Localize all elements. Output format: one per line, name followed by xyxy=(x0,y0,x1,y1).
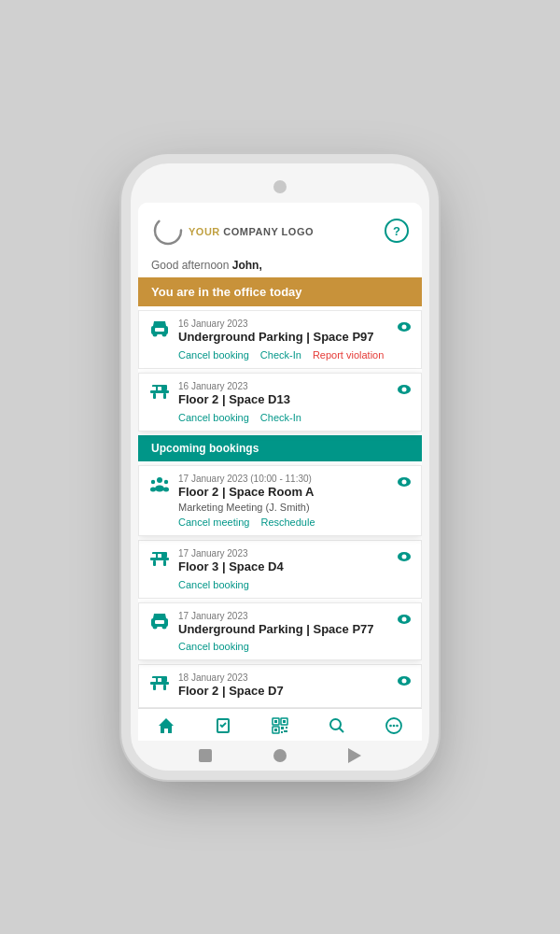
svg-point-18 xyxy=(164,480,168,484)
svg-rect-10 xyxy=(153,393,156,399)
booking-card-u2: 17 January 2023 Floor 3 | Space D4 Cance… xyxy=(138,540,422,599)
nav-tasks[interactable] xyxy=(214,716,232,735)
android-home-btn[interactable] xyxy=(273,749,287,762)
office-banner: You are in the office today xyxy=(138,277,422,306)
svg-marker-33 xyxy=(153,614,166,618)
nav-qr[interactable] xyxy=(271,716,289,735)
nav-more[interactable] xyxy=(385,716,403,735)
view-icon-u2[interactable] xyxy=(397,550,412,565)
booking-date-u2: 17 January 2023 xyxy=(178,548,410,559)
booking-card-u4: 18 January 2023 Floor 2 | Space D7 xyxy=(138,664,422,708)
svg-point-4 xyxy=(162,333,167,337)
booking-actions-u2: Cancel booking xyxy=(178,579,410,590)
booking-actions-b2: Cancel booking Check-In xyxy=(178,412,410,423)
svg-point-62 xyxy=(389,725,392,728)
booking-info-u2: 17 January 2023 Floor 3 | Space D4 Cance… xyxy=(178,548,410,590)
logo-text: YOUR COMPANY LOGO xyxy=(189,222,314,239)
svg-rect-12 xyxy=(151,387,156,390)
view-icon-u4[interactable] xyxy=(397,674,412,689)
cancel-meeting-u1[interactable]: Cancel meeting xyxy=(178,517,249,528)
android-back-btn[interactable] xyxy=(348,748,361,763)
booking-card-b1: 16 January 2023 Underground Parking | Sp… xyxy=(138,310,422,369)
svg-rect-58 xyxy=(284,730,287,732)
logo-container: YOUR COMPANY LOGO xyxy=(151,214,314,248)
cancel-booking-b2[interactable]: Cancel booking xyxy=(178,412,249,423)
svg-rect-43 xyxy=(151,678,156,682)
desk-icon-b2 xyxy=(148,383,171,406)
svg-point-34 xyxy=(153,624,158,629)
logo-your: YOUR xyxy=(189,226,220,237)
svg-rect-13 xyxy=(158,387,161,390)
booking-info-b1: 16 January 2023 Underground Parking | Sp… xyxy=(178,318,410,361)
svg-point-64 xyxy=(396,725,399,728)
svg-rect-57 xyxy=(281,731,283,733)
checkin-b1[interactable]: Check-In xyxy=(260,349,301,361)
booking-date-b2: 16 January 2023 xyxy=(178,381,410,391)
cancel-booking-u3[interactable]: Cancel booking xyxy=(178,641,249,652)
svg-rect-8 xyxy=(150,390,169,393)
car-icon xyxy=(148,320,171,342)
greeting-name: John, xyxy=(232,259,262,272)
svg-point-63 xyxy=(392,725,395,728)
nav-home[interactable] xyxy=(157,716,175,735)
svg-point-16 xyxy=(157,477,162,483)
svg-marker-2 xyxy=(153,321,166,326)
svg-line-60 xyxy=(339,729,343,733)
help-button[interactable]: ? xyxy=(385,219,409,243)
scroll-area[interactable]: 16 January 2023 Underground Parking | Sp… xyxy=(138,306,422,708)
svg-point-0 xyxy=(155,218,181,244)
booking-title-u2: Floor 3 | Space D4 xyxy=(178,559,410,575)
booking-title-u4: Floor 2 | Space D7 xyxy=(178,684,410,700)
svg-point-31 xyxy=(402,554,407,559)
meeting-icon-u1 xyxy=(148,475,171,499)
svg-point-59 xyxy=(330,719,341,729)
booking-title-b1: Underground Parking | Space P97 xyxy=(178,330,410,346)
svg-point-20 xyxy=(150,487,156,491)
cancel-booking-b1[interactable]: Cancel booking xyxy=(178,349,249,361)
view-icon-u3[interactable] xyxy=(397,613,412,628)
reschedule-u1[interactable]: Reschedule xyxy=(260,517,315,528)
car-icon-u3 xyxy=(148,613,171,634)
booking-date-u1: 17 January 2023 (10:00 - 11:30) xyxy=(178,474,410,484)
view-icon-u1[interactable] xyxy=(397,475,412,490)
greeting-prefix: Good afternoon xyxy=(151,259,232,272)
svg-rect-29 xyxy=(158,554,161,558)
checkin-b2[interactable]: Check-In xyxy=(260,412,301,423)
view-icon-b1[interactable] xyxy=(397,320,412,335)
booking-info-u4: 18 January 2023 Floor 2 | Space D7 xyxy=(178,672,410,700)
android-square-btn[interactable] xyxy=(199,749,212,762)
svg-rect-27 xyxy=(163,560,166,566)
svg-marker-47 xyxy=(159,718,174,733)
svg-point-23 xyxy=(402,479,407,484)
greeting: Good afternoon John, xyxy=(138,255,422,277)
phone-screen: YOUR COMPANY LOGO ? Good afternoon John,… xyxy=(138,203,422,741)
view-icon-b2[interactable] xyxy=(397,383,412,398)
report-violation-b1[interactable]: Report violation xyxy=(313,349,384,361)
svg-rect-24 xyxy=(150,558,169,560)
booking-date-u3: 17 January 2023 xyxy=(178,611,410,621)
svg-point-19 xyxy=(155,485,164,491)
desk-icon-u4 xyxy=(148,674,171,698)
booking-actions-u1: Cancel meeting Reschedule xyxy=(178,517,410,528)
booking-card-u3: 17 January 2023 Underground Parking | Sp… xyxy=(138,602,422,661)
phone-notch xyxy=(273,180,287,193)
nav-search[interactable] xyxy=(328,716,346,735)
svg-point-46 xyxy=(402,679,407,684)
booking-actions-b1: Cancel booking Check-In Report violation xyxy=(178,349,410,361)
app-header: YOUR COMPANY LOGO ? xyxy=(138,203,422,255)
upcoming-label: Upcoming bookings xyxy=(151,442,259,455)
svg-rect-39 xyxy=(150,682,169,685)
svg-point-3 xyxy=(153,333,158,337)
svg-point-38 xyxy=(402,616,407,621)
svg-rect-56 xyxy=(286,727,287,729)
booking-actions-u3: Cancel booking xyxy=(178,641,410,652)
svg-point-15 xyxy=(402,387,407,391)
svg-rect-55 xyxy=(281,727,284,729)
booking-date-u4: 18 January 2023 xyxy=(178,672,410,683)
booking-subtitle-u1: Marketing Meeting (J. Smith) xyxy=(178,502,410,513)
office-banner-text: You are in the office today xyxy=(151,285,302,299)
svg-rect-28 xyxy=(151,554,156,558)
svg-rect-41 xyxy=(153,685,156,690)
cancel-booking-u2[interactable]: Cancel booking xyxy=(178,579,249,590)
svg-point-7 xyxy=(402,325,407,330)
